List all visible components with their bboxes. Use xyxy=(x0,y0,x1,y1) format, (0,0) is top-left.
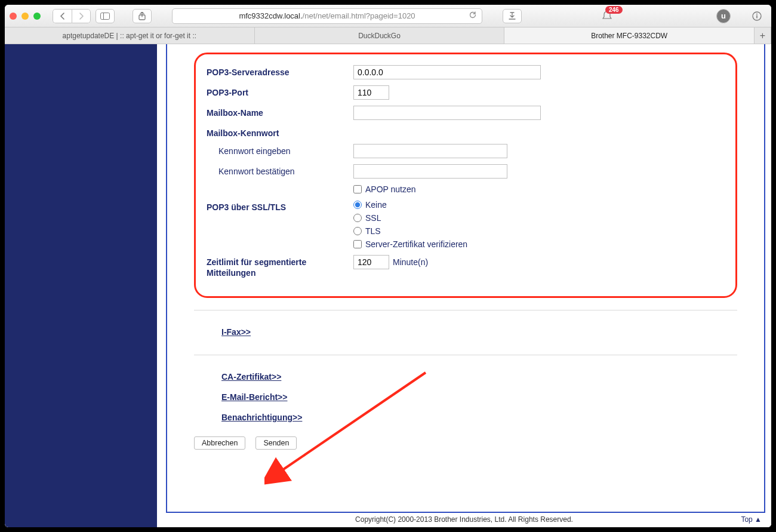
email-report-link[interactable]: E-Mail-Bericht>> xyxy=(221,392,287,402)
url-host: mfc9332cdw.local. xyxy=(239,11,302,20)
minimize-window-icon[interactable] xyxy=(21,13,29,20)
window-controls xyxy=(10,13,41,20)
new-tab-button[interactable]: + xyxy=(755,27,771,44)
nav-buttons xyxy=(53,9,91,23)
timeout-unit: Minute(n) xyxy=(393,257,428,267)
password-confirm-label: Kennwort bestätigen xyxy=(218,164,353,176)
password-enter-input[interactable] xyxy=(353,144,507,158)
mailbox-password-label: Mailbox-Kennwort xyxy=(207,126,353,138)
form-buttons: Abbrechen Senden xyxy=(194,428,737,450)
browser-tabs: aptgetupdateDE | :: apt-get it or for-ge… xyxy=(5,27,771,44)
notification-badge: 246 xyxy=(605,6,623,14)
verify-cert-row[interactable]: Server-Zertifikat verifizieren xyxy=(353,239,467,249)
close-window-icon[interactable] xyxy=(10,13,17,20)
notification-link[interactable]: Benachrichtigung>> xyxy=(221,413,302,422)
svg-point-4 xyxy=(756,13,757,14)
ssl-none-radio[interactable] xyxy=(353,201,362,209)
submit-button[interactable]: Senden xyxy=(255,436,297,450)
pop3-port-label: POP3-Port xyxy=(207,85,353,97)
tab-3[interactable]: Brother MFC-9332CDW xyxy=(504,27,755,44)
extension-1-button[interactable]: 246 xyxy=(597,11,617,21)
pop3-port-input[interactable] xyxy=(353,85,389,100)
svg-rect-0 xyxy=(101,13,110,19)
printer-nav-sidebar xyxy=(5,44,157,527)
timeout-label: Zeitlimit für segmentierte Mitteilungen xyxy=(207,255,353,278)
address-bar[interactable]: mfc9332cdw.local./net/net/email.html?pag… xyxy=(172,8,482,24)
ssl-ssl-radio[interactable] xyxy=(353,214,362,222)
page-footer: Copyright(C) 2000-2013 Brother Industrie… xyxy=(157,513,771,526)
back-button[interactable] xyxy=(53,9,72,23)
zoom-window-icon[interactable] xyxy=(33,13,41,20)
forward-button[interactable] xyxy=(72,9,91,23)
reload-icon[interactable] xyxy=(469,11,477,21)
mailbox-name-input[interactable] xyxy=(353,106,541,120)
separator xyxy=(194,355,737,355)
separator xyxy=(194,310,737,310)
downloads-button[interactable] xyxy=(503,9,522,23)
url-path: /net/net/email.html?pageid=1020 xyxy=(303,11,415,20)
apop-label: APOP nutzen xyxy=(365,184,416,194)
pop3-server-label: POP3-Serveradresse xyxy=(207,65,353,77)
timeout-input[interactable] xyxy=(353,255,389,269)
ssl-ssl-row[interactable]: SSL xyxy=(353,213,467,223)
pop3-server-input[interactable] xyxy=(353,65,541,79)
browser-toolbar: mfc9332cdw.local./net/net/email.html?pag… xyxy=(5,5,771,27)
mailbox-name-label: Mailbox-Name xyxy=(207,106,353,118)
ssl-tls-row[interactable]: TLS xyxy=(353,226,467,236)
extension-u-button[interactable]: u xyxy=(716,9,731,23)
ssl-tls-radio[interactable] xyxy=(353,227,362,235)
ca-cert-link[interactable]: CA-Zertifikat>> xyxy=(221,372,281,382)
ssl-none-row[interactable]: Keine xyxy=(353,200,467,210)
svg-rect-5 xyxy=(756,15,757,18)
ssl-section-label: POP3 über SSL/TLS xyxy=(207,200,353,212)
apop-checkbox-row[interactable]: APOP nutzen xyxy=(353,184,416,194)
share-button[interactable] xyxy=(133,9,152,23)
verify-cert-checkbox[interactable] xyxy=(353,240,362,248)
cancel-button[interactable]: Abbrechen xyxy=(194,436,245,450)
page-viewport: POP3-Serveradresse POP3-Port Mailbox-Nam… xyxy=(5,44,771,527)
sidebar-button[interactable] xyxy=(96,9,115,23)
ifax-link[interactable]: I-Fax>> xyxy=(221,327,251,337)
tab-1[interactable]: aptgetupdateDE | :: apt-get it or for-ge… xyxy=(5,27,255,44)
info-button[interactable] xyxy=(747,9,766,23)
top-link[interactable]: Top ▲ xyxy=(741,515,762,524)
password-enter-label: Kennwort eingeben xyxy=(218,144,353,156)
copyright-text: Copyright(C) 2000-2013 Brother Industrie… xyxy=(355,515,573,524)
content-panel: POP3-Serveradresse POP3-Port Mailbox-Nam… xyxy=(166,44,765,513)
apop-checkbox[interactable] xyxy=(353,185,362,193)
pop3-settings-group: POP3-Serveradresse POP3-Port Mailbox-Nam… xyxy=(194,53,737,298)
tab-2[interactable]: DuckDuckGo xyxy=(255,27,505,44)
password-confirm-input[interactable] xyxy=(353,164,507,179)
